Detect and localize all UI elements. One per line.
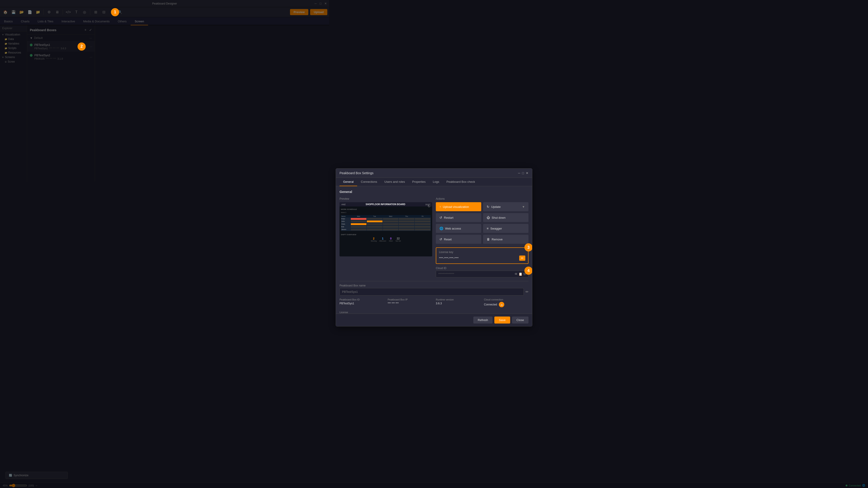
step-1-badge: 1 — [111, 8, 119, 16]
step-2-badge: 2 — [78, 42, 86, 51]
modal-overlay: Peakboard Box Settings ─ □ ✕ General Con… — [0, 0, 329, 187]
